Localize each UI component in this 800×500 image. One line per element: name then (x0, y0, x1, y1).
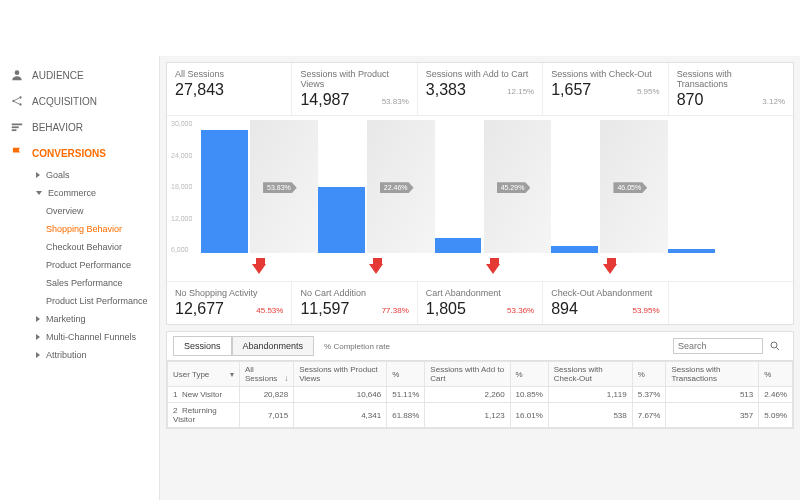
svg-point-0 (15, 70, 20, 75)
col-pct[interactable]: % (510, 362, 548, 387)
tab-abandonments[interactable]: Abandonments (232, 336, 315, 356)
behavior-icon (10, 120, 24, 134)
nav-checkout-behavior[interactable]: Checkout Behavior (24, 238, 159, 256)
bar-col: 53.83% (201, 120, 318, 253)
stage-product-views: Sessions with Product Views53.83%14,987 (292, 63, 417, 115)
flag-icon (10, 146, 24, 160)
sort-icon: ▾ (230, 370, 234, 379)
drop-label: 22.46% (380, 182, 414, 193)
col-checkout[interactable]: Sessions with Check-Out (548, 362, 632, 387)
bar (201, 130, 248, 253)
bar-col: 46.05% (551, 120, 668, 253)
svg-rect-4 (12, 124, 23, 126)
bar (551, 246, 598, 253)
nav-label: BEHAVIOR (32, 122, 83, 133)
table-header-row: User Type▾ All Sessions↓ Sessions with P… (168, 362, 793, 387)
nav-goals[interactable]: Goals (24, 166, 159, 184)
col-transactions[interactable]: Sessions with Transactions (666, 362, 759, 387)
nav-label: AUDIENCE (32, 70, 84, 81)
svg-rect-5 (12, 126, 19, 128)
caret-icon (36, 316, 40, 322)
arrow-down-icon (486, 258, 500, 274)
arrow-down-icon (369, 258, 383, 274)
bar-col: 22.46% (318, 120, 435, 253)
svg-point-3 (19, 103, 21, 105)
svg-point-2 (19, 96, 21, 98)
nav-shopping-behavior[interactable]: Shopping Behavior (24, 220, 159, 238)
funnel-stages-row: All Sessions27,843 Sessions with Product… (167, 63, 793, 116)
sidebar: AUDIENCE ACQUISITION BEHAVIOR CONVERSION… (0, 56, 160, 500)
nav-multi-channel[interactable]: Multi-Channel Funnels (24, 328, 159, 346)
bar-col: 45.29% (435, 120, 552, 253)
search-icon[interactable] (763, 340, 787, 352)
nav-overview[interactable]: Overview (24, 202, 159, 220)
table-row[interactable]: 1 New Visitor 20,828 10,646 51.11% 2,260… (168, 387, 793, 403)
table-card: Sessions Abandonments % Completion rate … (166, 331, 794, 429)
nav-sales-performance[interactable]: Sales Performance (24, 274, 159, 292)
main-content: All Sessions27,843 Sessions with Product… (160, 56, 800, 500)
share-icon (10, 94, 24, 108)
table-row[interactable]: 2 Returning Visitor 7,015 4,341 61.88% 1… (168, 403, 793, 428)
arrow-down-icon (252, 258, 266, 274)
col-product-views[interactable]: Sessions with Product Views (294, 362, 387, 387)
caret-icon (36, 352, 40, 358)
caret-down-icon (36, 191, 42, 195)
funnel-chart: 30,000 24,000 18,000 12,000 6,000 53.83%… (167, 116, 793, 281)
col-add-cart[interactable]: Sessions with Add to Cart (425, 362, 510, 387)
tab-sessions[interactable]: Sessions (173, 336, 232, 356)
abandon-cart: Cart Abandonment53.36%1,805 (418, 282, 543, 324)
bar-col (668, 120, 785, 253)
completion-rate-label: % Completion rate (324, 342, 390, 351)
abandon-checkout: Check-Out Abandonment53.95%894 (543, 282, 668, 324)
funnel-card: All Sessions27,843 Sessions with Product… (166, 62, 794, 325)
nav-label: CONVERSIONS (32, 148, 106, 159)
nav-product-list-performance[interactable]: Product List Performance (24, 292, 159, 310)
col-user-type[interactable]: User Type▾ (168, 362, 240, 387)
drop-label: 45.29% (497, 182, 531, 193)
drop-label: 46.05% (613, 182, 647, 193)
abandon-no-shopping: No Shopping Activity45.53%12,677 (167, 282, 292, 324)
col-pct[interactable]: % (632, 362, 666, 387)
stage-all-sessions: All Sessions27,843 (167, 63, 292, 115)
col-pct[interactable]: % (759, 362, 793, 387)
person-icon (10, 68, 24, 82)
nav-behavior[interactable]: BEHAVIOR (0, 114, 159, 140)
bar (668, 249, 715, 253)
arrow-down-icon (603, 258, 617, 274)
nav-attribution[interactable]: Attribution (24, 346, 159, 364)
nav-ecommerce[interactable]: Ecommerce (24, 184, 159, 202)
data-table: User Type▾ All Sessions↓ Sessions with P… (167, 361, 793, 428)
table-toolbar: Sessions Abandonments % Completion rate (167, 332, 793, 361)
caret-icon (36, 334, 40, 340)
drop-label: 53.83% (263, 182, 297, 193)
y-axis: 30,000 24,000 18,000 12,000 6,000 (171, 120, 199, 253)
svg-point-7 (771, 342, 777, 348)
bar (435, 238, 482, 253)
nav-audience[interactable]: AUDIENCE (0, 62, 159, 88)
search-box (673, 338, 787, 354)
svg-rect-6 (12, 129, 17, 131)
search-input[interactable] (673, 338, 763, 354)
arrows-row (201, 257, 785, 275)
stage-checkout: Sessions with Check-Out5.95%1,657 (543, 63, 668, 115)
sort-icon: ↓ (284, 374, 288, 383)
col-all-sessions[interactable]: All Sessions↓ (239, 362, 293, 387)
bar (318, 187, 365, 254)
caret-icon (36, 172, 40, 178)
nav-marketing[interactable]: Marketing (24, 310, 159, 328)
bars-container: 53.83% 22.46% 45.29% 46.05% (201, 120, 785, 253)
nav-product-performance[interactable]: Product Performance (24, 256, 159, 274)
abandon-no-cart: No Cart Addition77.38%11,597 (292, 282, 417, 324)
nav-label: ACQUISITION (32, 96, 97, 107)
stage-transactions: Sessions with Transactions3.12%870 (669, 63, 793, 115)
abandonment-row: No Shopping Activity45.53%12,677 No Cart… (167, 281, 793, 324)
stage-add-to-cart: Sessions with Add to Cart12.15%3,383 (418, 63, 543, 115)
col-pct[interactable]: % (387, 362, 425, 387)
nav-acquisition[interactable]: ACQUISITION (0, 88, 159, 114)
nav-conversions[interactable]: CONVERSIONS (0, 140, 159, 166)
